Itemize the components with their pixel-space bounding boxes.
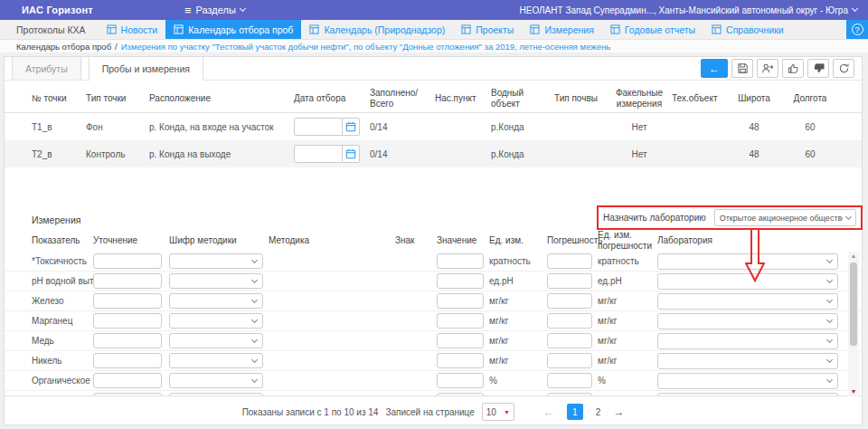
measurement-row[interactable]: *Токсичность кратность кратность (5, 252, 862, 272)
error-unit-label: % (598, 376, 657, 386)
measurement-row[interactable]: Органическое вещест... % % (5, 371, 862, 391)
water-object: р.Конда (491, 149, 554, 159)
nav-tab-reference-books[interactable]: Справочники (703, 20, 792, 39)
method-code-select[interactable] (169, 313, 263, 329)
col-header: Знак (395, 235, 437, 246)
measurement-row[interactable]: Медь мг/кг мг/кг (5, 331, 862, 351)
note-input[interactable] (93, 313, 162, 329)
lab-select[interactable] (657, 333, 838, 349)
app-title: ИАС Горизонт (22, 5, 93, 15)
note-input[interactable] (93, 253, 162, 269)
calendar-button[interactable] (343, 145, 360, 163)
error-input[interactable] (547, 293, 592, 309)
lab-select[interactable] (657, 313, 838, 329)
point-number: T1_в (32, 122, 86, 132)
page-button-2[interactable]: 2 (596, 407, 601, 417)
error-input[interactable] (547, 273, 592, 289)
help-button[interactable]: ? (846, 20, 868, 39)
error-input[interactable] (547, 333, 592, 348)
method-code-select[interactable] (169, 273, 263, 289)
measurement-row[interactable]: pH водной вытяжки ед.pH ед.pH (5, 272, 862, 291)
error-input[interactable] (547, 373, 592, 388)
laboratory-dropdown[interactable]: Открытое акционерное общество «Нижневарт… (714, 209, 856, 226)
error-input[interactable] (547, 313, 592, 329)
method-code-select[interactable] (169, 353, 263, 368)
value-input[interactable] (437, 293, 484, 309)
col-header: Методика (269, 235, 395, 246)
scroll-down-icon[interactable]: ▼ (851, 387, 857, 396)
value-input[interactable] (437, 273, 484, 289)
nav-tab-nature-calendar[interactable]: Календарь (Природнадзор) (301, 20, 453, 39)
col-header: Тех.объект (672, 93, 730, 104)
value-input[interactable] (437, 313, 484, 329)
tab-attributes[interactable]: Атрибуты (12, 56, 81, 80)
note-input[interactable] (93, 393, 162, 396)
note-input[interactable] (93, 373, 162, 388)
note-input[interactable] (93, 353, 162, 368)
note-input[interactable] (93, 293, 162, 309)
lab-select[interactable] (657, 293, 838, 310)
col-header: Факельные измерения (607, 88, 672, 110)
thumbs-down-button[interactable] (807, 59, 829, 78)
method-code-select[interactable] (169, 253, 263, 269)
back-button[interactable]: ← (701, 59, 728, 78)
prev-page-button[interactable]: ← (543, 405, 554, 418)
lab-select[interactable] (657, 393, 838, 397)
next-page-button[interactable]: → (613, 405, 624, 418)
tab-samples-measurements[interactable]: Пробы и измерения (89, 56, 203, 81)
error-input[interactable] (547, 353, 592, 368)
value-input[interactable] (437, 353, 484, 368)
value-input[interactable] (437, 373, 484, 388)
calendar-icon (345, 148, 356, 159)
value-input[interactable] (437, 333, 484, 348)
thumbs-up-icon (788, 62, 799, 74)
user-menu[interactable]: НЕОЛАНТ Запад Суперадмин..., Ханты-Манси… (519, 5, 857, 15)
date-cell (294, 145, 370, 163)
nav-tab-projects[interactable]: Проекты (453, 20, 522, 39)
method-code-select[interactable] (169, 333, 263, 348)
error-unit-label: мг/кг (598, 336, 657, 346)
method-code-select[interactable] (169, 393, 263, 396)
nav-tab-protocols-kha[interactable]: Протоколы КХА (0, 20, 99, 39)
value-input[interactable] (437, 393, 484, 396)
error-input[interactable] (547, 253, 592, 269)
scrollbar-thumb[interactable] (850, 262, 857, 346)
method-code-select[interactable] (169, 293, 263, 309)
page-button-1[interactable]: 1 (567, 404, 583, 420)
measurement-row[interactable]: Никель мг/кг мг/кг (5, 351, 862, 371)
per-page-select[interactable]: 10 ▼ (482, 403, 514, 421)
nav-tab-news[interactable]: Новости (99, 20, 166, 39)
sections-menu[interactable]: ≡ Разделы (184, 5, 245, 16)
breadcrumb-root[interactable]: Календарь отбора проб (16, 42, 111, 52)
per-page-label: Записей на странице (385, 407, 474, 417)
unit-label: мг/кг (489, 296, 547, 306)
error-input[interactable] (547, 393, 592, 396)
nav-tab-measurements[interactable]: Измерения (522, 20, 601, 39)
nav-tab-label: Годовые отчеты (625, 24, 695, 35)
measurement-row[interactable]: Железо мг/кг мг/кг (5, 291, 862, 311)
measurement-row[interactable]: Марганец мг/кг мг/кг (5, 311, 862, 331)
lab-select[interactable] (657, 373, 838, 389)
nav-tab-annual-reports[interactable]: Годовые отчеты (602, 20, 703, 39)
measurement-row[interactable]: Ртуть мг/кг мг/кг (5, 391, 862, 396)
col-header: Показатель (32, 235, 93, 246)
sampling-date-input[interactable] (294, 118, 343, 136)
note-input[interactable] (93, 273, 162, 289)
thumbs-up-button[interactable] (782, 59, 804, 78)
note-input[interactable] (93, 333, 162, 348)
vertical-scrollbar[interactable]: ▲ ▼ (848, 252, 859, 396)
table-row[interactable]: T1_в Фон р. Конда, на входе на участок 0… (5, 113, 862, 140)
method-code-select[interactable] (169, 373, 263, 388)
refresh-button[interactable] (833, 59, 854, 78)
lab-select[interactable] (657, 353, 838, 369)
nav-tab-sampling-calendar[interactable]: Календарь отбора проб (165, 20, 301, 39)
table-row[interactable]: T2_в Контроль р. Конда на выходе 0/14 р.… (5, 140, 862, 167)
assign-laboratory-button[interactable]: Назначить лабораторию (603, 213, 706, 223)
save-button[interactable] (731, 59, 753, 78)
sampling-date-input[interactable] (294, 145, 343, 163)
scroll-up-icon[interactable]: ▲ (851, 252, 857, 261)
annotation-arrow-down (745, 229, 765, 283)
value-input[interactable] (437, 253, 484, 269)
assign-user-button[interactable] (757, 59, 778, 78)
calendar-button[interactable] (343, 118, 360, 136)
